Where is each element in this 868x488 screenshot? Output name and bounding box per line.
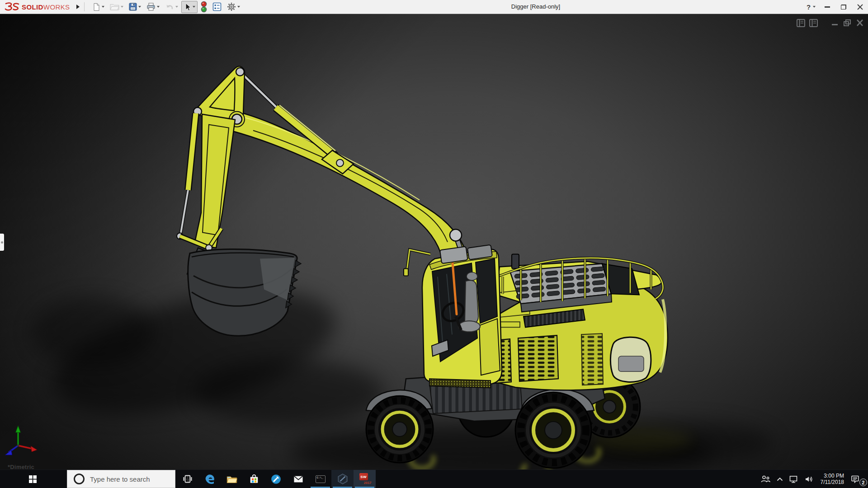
pane-toggle-icon[interactable] (797, 19, 805, 27)
task-view-button[interactable] (176, 470, 198, 488)
network-button[interactable] (786, 470, 802, 488)
orientation-triad (5, 426, 37, 455)
clock-time: 3:00 PM (821, 473, 844, 479)
task-view-icon (183, 475, 192, 483)
solidworks-logo: SOLIDWORKS (5, 2, 70, 12)
tools-app-button[interactable] (265, 470, 287, 488)
doc-restore-icon[interactable] (844, 20, 850, 26)
tools-icon (271, 474, 281, 484)
rebuild-icon (201, 1, 207, 13)
action-center-icon (851, 475, 860, 483)
action-center-button[interactable]: 2 (848, 470, 868, 488)
store-icon (249, 474, 259, 484)
composer-icon (337, 474, 348, 484)
options-button[interactable] (225, 0, 242, 13)
window-title: Digger [Read-only] (493, 0, 579, 14)
dropdown-caret[interactable] (138, 6, 141, 8)
select-cursor-icon (184, 3, 191, 11)
cortana-icon (74, 474, 85, 484)
undo-button[interactable] (163, 1, 180, 12)
restore-button[interactable] (838, 1, 849, 12)
select-tool-button[interactable] (181, 1, 198, 13)
boom-arm[interactable] (225, 110, 470, 272)
dropdown-caret[interactable] (102, 6, 104, 8)
doc-minimize-icon[interactable] (832, 24, 838, 25)
titlebar[interactable]: SOLIDWORKS (0, 0, 868, 14)
minimize-icon (825, 6, 830, 8)
new-document-button[interactable] (90, 1, 107, 13)
dropdown-caret (121, 6, 123, 8)
cmd-icon: C:\_ (316, 475, 326, 483)
help-button[interactable]: ? (806, 1, 816, 12)
save-button[interactable] (127, 1, 143, 13)
toolbar-expand-arrow[interactable] (76, 5, 80, 9)
system-tray: 3:00 PM 7/11/2018 2 (757, 470, 868, 488)
side-grille (581, 333, 603, 385)
file-explorer-icon (226, 474, 237, 483)
solidworks-taskbar-icon: SW 2017 (359, 473, 371, 485)
solidworks-logo-icon (5, 2, 20, 12)
close-icon (857, 4, 863, 10)
print-icon (146, 3, 156, 11)
dropdown-caret (175, 6, 178, 8)
toolbar-separator (84, 2, 85, 11)
tray-clock[interactable]: 3:00 PM 7/11/2018 (817, 473, 848, 485)
composer-app-button[interactable] (331, 470, 354, 488)
windows-start-icon (29, 475, 37, 483)
restore-icon (841, 5, 846, 9)
dropdown-caret[interactable] (157, 6, 160, 8)
dropdown-caret[interactable] (813, 6, 816, 8)
cab[interactable] (404, 243, 502, 388)
mail-icon (293, 475, 303, 483)
start-button[interactable] (22, 470, 43, 488)
edge-icon (204, 474, 215, 484)
taskbar-search[interactable] (67, 470, 175, 488)
graphics-viewport[interactable]: *Dimetric (0, 14, 868, 470)
people-icon (760, 475, 770, 483)
volume-button[interactable] (802, 470, 817, 488)
minimize-button[interactable] (822, 1, 833, 12)
edge-button[interactable] (198, 470, 221, 488)
mail-button[interactable] (287, 470, 309, 488)
search-input[interactable] (90, 475, 180, 483)
document-window-controls (796, 18, 863, 28)
file-properties-button[interactable] (210, 0, 224, 13)
network-icon (789, 475, 798, 483)
file-properties-icon (212, 2, 222, 11)
model-scene[interactable] (0, 14, 868, 470)
volume-icon (805, 475, 814, 483)
side-grille (518, 335, 558, 381)
pane-toggle-icon[interactable] (810, 19, 817, 27)
store-button[interactable] (243, 470, 265, 488)
open-button[interactable] (108, 1, 126, 13)
undo-icon (165, 3, 174, 10)
window-controls: ? (806, 0, 865, 14)
brand-text: SOLIDWORKS (22, 3, 70, 11)
front-right-wheel[interactable] (515, 392, 591, 468)
taskbar-apps: C:\_ SW 2017 (176, 470, 376, 488)
solidworks-app-button[interactable]: SW 2017 (354, 470, 376, 488)
chevron-up-icon (777, 477, 783, 481)
tray-overflow-button[interactable] (774, 470, 786, 488)
close-button[interactable] (854, 1, 865, 12)
command-prompt-button[interactable]: C:\_ (309, 470, 331, 488)
dropdown-caret[interactable] (237, 6, 240, 8)
help-icon: ? (807, 3, 811, 11)
windows-taskbar: C:\_ SW 2017 (0, 469, 868, 488)
print-button[interactable] (144, 1, 162, 13)
dropdown-caret[interactable] (193, 6, 195, 8)
front-left-wheel[interactable] (366, 396, 433, 463)
doc-close-icon[interactable] (857, 20, 863, 26)
clock-date: 7/11/2018 (821, 479, 844, 485)
open-icon (110, 3, 119, 11)
new-document-icon (92, 3, 100, 11)
notification-badge: 2 (859, 479, 867, 486)
file-explorer-button[interactable] (221, 470, 243, 488)
rebuild-button[interactable] (198, 0, 209, 14)
quick-toolbar (90, 0, 242, 14)
stick-arm[interactable] (177, 113, 235, 248)
options-gear-icon (227, 2, 236, 11)
people-button[interactable] (757, 470, 774, 488)
save-icon (129, 3, 137, 11)
feature-panel-flyout-tab[interactable] (0, 234, 4, 251)
